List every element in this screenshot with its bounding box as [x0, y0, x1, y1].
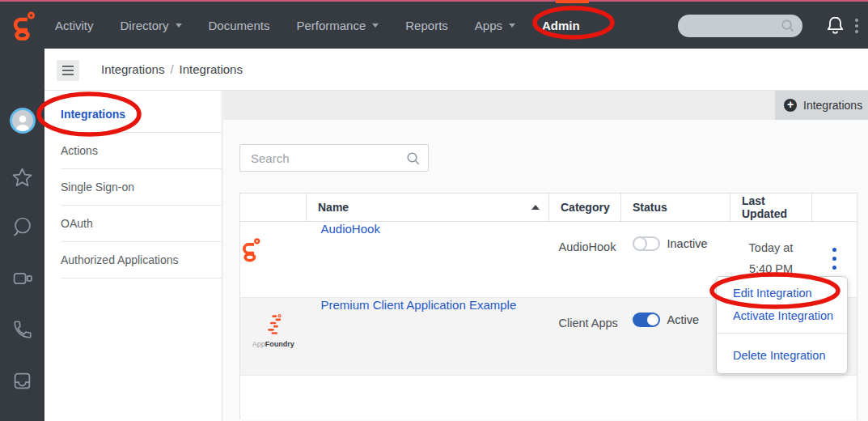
breadcrumb-section[interactable]: Integrations — [101, 62, 164, 76]
col-header-actions — [812, 193, 857, 222]
avatar-image — [10, 108, 36, 134]
notifications-bell-icon[interactable] — [826, 15, 845, 35]
integration-name-cell: AudioHook — [307, 222, 549, 298]
search-icon — [406, 151, 421, 166]
admin-section-menu: Integrations Actions Single Sign-on OAut… — [44, 91, 222, 421]
col-header-label: Status — [633, 201, 667, 214]
nav-item-activity[interactable]: Activity — [55, 19, 94, 32]
col-header-status[interactable]: Status — [621, 193, 730, 222]
integration-icon-cell: AppFoundry — [240, 298, 307, 376]
status-label: Active — [667, 313, 700, 326]
row-actions-kebab-icon[interactable] — [832, 248, 836, 272]
breadcrumb-bar: Integrations/Integrations — [44, 49, 868, 91]
nav-label: Activity — [55, 19, 94, 32]
genesys-logo-icon — [240, 236, 261, 262]
table-empty-space — [240, 376, 857, 419]
context-menu-item-edit-integration[interactable]: Edit Integration — [717, 282, 847, 304]
plus-circle-icon: + — [784, 99, 797, 112]
add-integration-label: Integrations — [803, 99, 862, 112]
nav-label: Directory — [121, 19, 169, 32]
top-navigation-bar: Activity Directory Documents Performance… — [0, 2, 868, 49]
integration-status-cell: Active — [621, 298, 730, 376]
col-header-label: Last Updated — [742, 194, 787, 220]
inbox-icon[interactable] — [0, 371, 44, 391]
appfoundry-label: AppFoundry — [252, 340, 294, 348]
more-options-kebab-icon[interactable] — [855, 19, 858, 33]
row-actions-context-menu: Edit Integration Activate Integration De… — [716, 276, 848, 374]
last-updated-text: Today at 5:40 PM — [739, 237, 803, 279]
chat-icon[interactable] — [0, 216, 44, 238]
integration-name-link[interactable]: AudioHook — [321, 222, 380, 236]
user-avatar[interactable] — [0, 108, 44, 134]
nav-item-reports[interactable]: Reports — [405, 19, 448, 32]
context-menu-item-activate-integration[interactable]: Activate Integration — [717, 304, 847, 327]
menu-item-actions[interactable]: Actions — [44, 133, 222, 169]
toggle-knob — [633, 236, 647, 251]
phone-icon[interactable] — [0, 319, 44, 340]
menu-item-single-sign-on[interactable]: Single Sign-on — [44, 169, 222, 206]
table-header-row: Name Category Status Last Updated — [240, 193, 857, 222]
toggle-knob — [647, 314, 658, 325]
content-toolbar: + Integrations — [223, 91, 868, 120]
window-top-accent-line — [0, 0, 868, 2]
status-label: Inactive — [667, 237, 708, 250]
context-menu-divider — [717, 333, 847, 334]
breadcrumb: Integrations/Integrations — [101, 62, 243, 76]
col-header-name[interactable]: Name — [307, 193, 549, 222]
nav-label: Documents — [209, 19, 270, 32]
breadcrumb-separator: / — [170, 62, 173, 76]
global-search — [678, 15, 802, 37]
nav-label: Apps — [475, 19, 502, 32]
nav-label: Performance — [296, 19, 366, 32]
chevron-down-icon — [509, 23, 515, 28]
nav-item-directory[interactable]: Directory — [121, 19, 182, 32]
integration-search-input[interactable] — [240, 145, 428, 171]
integration-icon-cell — [240, 222, 307, 298]
menu-item-authorized-applications[interactable]: Authorized Applications — [44, 242, 222, 279]
nav-item-documents[interactable]: Documents — [209, 19, 270, 32]
col-header-label: Category — [561, 201, 610, 214]
nav-label: Admin — [542, 19, 580, 32]
integration-category-cell: Client Apps — [549, 298, 621, 376]
col-header-last-updated[interactable]: Last Updated — [730, 193, 812, 222]
category-text: AudioHook — [559, 238, 619, 256]
integration-search — [239, 144, 429, 172]
admin-active-tab-indicator — [556, 0, 589, 3]
nav-item-admin[interactable]: Admin — [542, 19, 580, 32]
breadcrumb-page[interactable]: Integrations — [180, 62, 243, 76]
integration-status-cell: Inactive — [621, 222, 730, 298]
video-icon[interactable] — [0, 268, 44, 289]
primary-nav: Activity Directory Documents Performance… — [55, 2, 580, 49]
col-header-category[interactable]: Category — [549, 193, 621, 222]
nav-item-apps[interactable]: Apps — [475, 19, 515, 32]
menu-item-oauth[interactable]: OAuth — [44, 206, 222, 242]
status-toggle-on[interactable] — [633, 313, 660, 327]
app-icon-rail — [0, 49, 44, 421]
add-integration-button[interactable]: + Integrations — [775, 91, 868, 120]
col-header-icon — [240, 193, 307, 222]
menu-hamburger-icon[interactable] — [57, 60, 79, 81]
search-icon — [781, 19, 795, 33]
category-text: Client Apps — [559, 314, 619, 332]
col-header-label: Name — [318, 201, 349, 214]
integration-name-cell: Premium Client Application Example — [307, 298, 549, 376]
integration-category-cell: AudioHook — [549, 222, 621, 298]
appfoundry-logo-icon — [261, 313, 286, 337]
menu-item-integrations[interactable]: Integrations — [44, 96, 222, 133]
chevron-down-icon — [176, 23, 182, 28]
sort-ascending-icon — [531, 205, 540, 210]
chevron-down-icon — [372, 23, 379, 28]
nav-item-performance[interactable]: Performance — [296, 19, 379, 32]
context-menu-item-delete-integration[interactable]: Delete Integration — [717, 344, 847, 367]
nav-label: Reports — [405, 19, 448, 32]
favorites-star-icon[interactable] — [0, 167, 44, 189]
genesys-logo-icon[interactable] — [11, 11, 36, 40]
integration-name-link[interactable]: Premium Client Application Example — [321, 298, 517, 312]
status-toggle-off[interactable] — [633, 236, 660, 251]
